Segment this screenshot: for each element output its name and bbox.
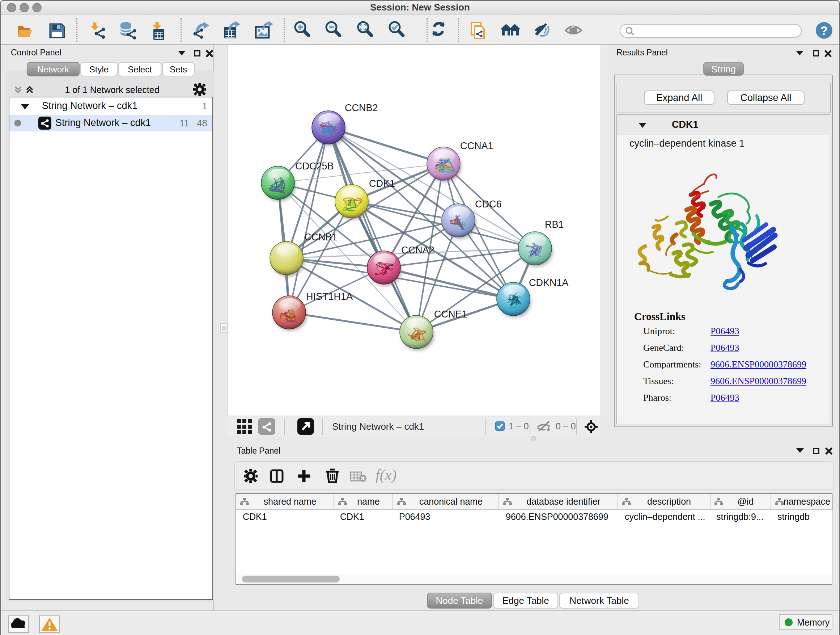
svg-text:CCNA2: CCNA2	[401, 245, 434, 256]
svg-text:CDKN1A: CDKN1A	[529, 277, 569, 288]
svg-text:CCNE1: CCNE1	[434, 309, 467, 320]
svg-text:CDK1: CDK1	[369, 178, 395, 189]
svg-text:CDC6: CDC6	[475, 199, 502, 210]
svg-text:RB1: RB1	[545, 219, 564, 230]
svg-text:HIST1H1A: HIST1H1A	[306, 291, 353, 302]
svg-text:CCNA1: CCNA1	[460, 141, 493, 151]
svg-text:CCNB1: CCNB1	[304, 232, 338, 242]
svg-text:CDC25B: CDC25B	[295, 161, 334, 172]
svg-text:CCNB2: CCNB2	[345, 103, 378, 113]
